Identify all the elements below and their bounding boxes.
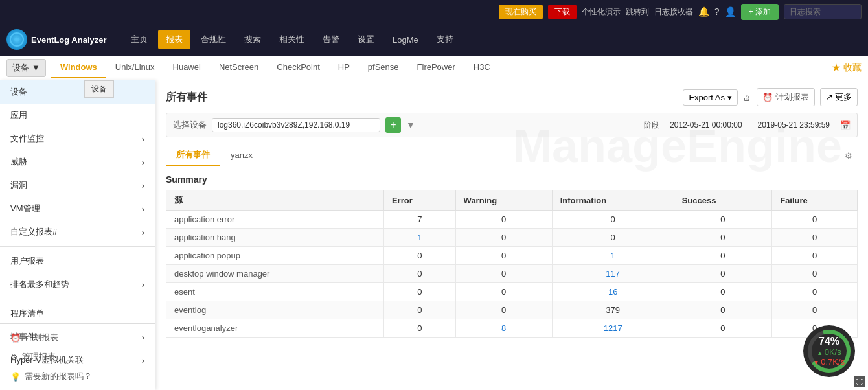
nav-home[interactable]: 主页 xyxy=(123,30,155,49)
nav-logme[interactable]: LogMe xyxy=(385,31,426,49)
tab-unix[interactable]: Unix/Linux xyxy=(106,57,164,78)
bell-icon[interactable]: 🔔 xyxy=(698,6,709,17)
device-dropdown[interactable]: 设备 ▼ xyxy=(6,59,46,77)
period-end: 2019-05-21 23:59:59 xyxy=(758,120,830,130)
subtab-yanzx[interactable]: yanzx xyxy=(220,146,263,165)
question-icon[interactable]: ? xyxy=(714,6,720,17)
sidebar-item-app[interactable]: 应用 xyxy=(0,104,155,127)
sidebar-item-vuln[interactable]: 漏洞 › xyxy=(0,174,155,197)
sidebar-label-topranking: 排名最多和趋势 xyxy=(10,279,69,290)
cell-source: eventloganalyzer xyxy=(166,319,384,338)
arrow-icon-custom: › xyxy=(142,227,144,237)
schedule-btn-label: 计划报表 xyxy=(775,91,809,103)
sidebar-schedule-btn[interactable]: ⏰ 计划报表 xyxy=(0,328,155,347)
nav-alerts[interactable]: 告警 xyxy=(315,30,347,49)
jump-link[interactable]: 跳转到 xyxy=(626,6,649,17)
sidebar-divider2 xyxy=(0,299,155,299)
nav-support[interactable]: 支持 xyxy=(429,30,461,49)
tab-netscreen[interactable]: NetScreen xyxy=(210,57,268,78)
sidebar-item-program[interactable]: 程序清单 xyxy=(0,302,155,325)
gear-icon: ⚙ xyxy=(10,352,18,362)
gauge-up-speed: ▲ 0K/s xyxy=(817,347,841,357)
cell-info[interactable]: 16 xyxy=(552,283,674,301)
logo-text: EventLog Analyzer xyxy=(31,35,107,45)
log-search-input[interactable] xyxy=(784,4,862,19)
tab-h3c[interactable]: H3C xyxy=(464,57,499,78)
cell-info[interactable]: 117 xyxy=(552,265,674,283)
sidebar-item-filemon[interactable]: 文件监控 › xyxy=(0,127,155,150)
buy-button[interactable]: 现在购买 xyxy=(499,5,543,19)
content-area: ManageEngine 所有事件 Export As ▾ 🖨 ⏰ 计划报表 ↗… xyxy=(155,80,868,390)
download-button[interactable]: 下载 xyxy=(548,5,577,19)
table-row: desktop window manager 0 0 117 0 0 xyxy=(166,265,858,283)
sidebar-item-threat[interactable]: 威胁 › xyxy=(0,150,155,174)
cell-error: 0 xyxy=(383,301,455,319)
print-icon[interactable]: 🖨 xyxy=(743,93,751,102)
sidebar-newreport-btn[interactable]: 💡 需要新的报表吗？ xyxy=(0,367,155,386)
sidebar-item-custom[interactable]: 自定义报表# › xyxy=(0,220,155,244)
schedule-button[interactable]: ⏰ 计划报表 xyxy=(757,88,815,106)
nav-reports[interactable]: 报表 xyxy=(158,30,190,49)
subtab-settings-icon[interactable]: ⚙ xyxy=(839,148,858,163)
sidebar-divider1 xyxy=(0,246,155,247)
cell-error: 0 xyxy=(383,247,455,265)
gauge-percent: 74% xyxy=(819,336,839,347)
cell-source: application hang xyxy=(166,229,384,247)
header: EventLog Analyzer 主页 报表 合规性 搜索 相关性 告警 设置… xyxy=(0,23,868,56)
logo-icon xyxy=(6,29,27,50)
cell-info: 0 xyxy=(552,229,674,247)
tab-pfsense[interactable]: pfSense xyxy=(359,57,408,78)
sidebar-label-program: 程序清单 xyxy=(10,308,44,319)
more-button[interactable]: ↗ 更多 xyxy=(820,88,858,106)
add-button[interactable]: + 添加 xyxy=(741,4,779,20)
cell-error: 0 xyxy=(383,265,455,283)
nav-search[interactable]: 搜索 xyxy=(236,30,269,49)
tab-firepower[interactable]: FirePower xyxy=(408,57,464,78)
device-selector-label: 选择设备 xyxy=(173,119,207,131)
user-icon[interactable]: 👤 xyxy=(725,6,736,17)
nav-compliance[interactable]: 合规性 xyxy=(193,30,234,49)
nav-correlation[interactable]: 相关性 xyxy=(271,30,312,49)
logo: EventLog Analyzer xyxy=(6,29,110,50)
expand-button[interactable]: ⛶ xyxy=(854,376,865,387)
tab-bar-right: ★ 收藏 xyxy=(832,62,862,74)
cell-info[interactable]: 1217 xyxy=(552,319,674,338)
personalize-link[interactable]: 个性化演示 xyxy=(582,6,621,17)
table-row: application hang 1 0 0 0 0 xyxy=(166,229,858,247)
nav-settings[interactable]: 设置 xyxy=(350,30,382,49)
sidebar-item-topranking[interactable]: 排名最多和趋势 › xyxy=(0,273,155,296)
tab-checkpoint[interactable]: CheckPoint xyxy=(268,57,328,78)
cell-error: 0 xyxy=(383,283,455,301)
export-button[interactable]: Export As ▾ xyxy=(683,89,737,106)
sidebar-item-userreport[interactable]: 用户报表 xyxy=(0,249,155,273)
cell-warning[interactable]: 8 xyxy=(455,319,552,338)
device-selector-value[interactable]: log360,iZ6coibvb3v289Z,192.168.0.19 xyxy=(212,118,380,132)
cell-info[interactable]: 1 xyxy=(552,247,674,265)
cell-info: 0 xyxy=(552,211,674,229)
sidebar-item-device[interactable]: 设备 xyxy=(0,80,155,104)
add-device-button[interactable]: + xyxy=(385,117,401,133)
cell-success: 0 xyxy=(674,211,772,229)
arrow-icon-threat: › xyxy=(142,157,144,167)
cell-warning: 0 xyxy=(455,211,552,229)
clock-icon: ⏰ xyxy=(10,333,21,343)
subtab-allevents[interactable]: 所有事件 xyxy=(166,145,220,166)
calendar-icon[interactable]: 📅 xyxy=(840,120,851,130)
col-source: 源 xyxy=(166,190,384,211)
table-row: application error 7 0 0 0 0 xyxy=(166,211,858,229)
sidebar-item-vm[interactable]: VM管理 › xyxy=(0,197,155,220)
log-receiver-link[interactable]: 日志接收器 xyxy=(654,6,693,17)
cell-success: 0 xyxy=(674,283,772,301)
device-tooltip: 设备 xyxy=(84,80,114,98)
cell-error[interactable]: 1 xyxy=(383,229,455,247)
summary-title: Summary xyxy=(166,174,858,185)
tab-hp[interactable]: HP xyxy=(329,57,359,78)
arrow-icon-filemon: › xyxy=(142,134,144,144)
table-row: application popup 0 0 1 0 0 xyxy=(166,247,858,265)
sidebar-label-userreport: 用户报表 xyxy=(10,255,44,267)
tab-huawei[interactable]: Huawei xyxy=(164,57,210,78)
bookmark-button[interactable]: ★ 收藏 xyxy=(832,62,862,74)
filter-icon[interactable]: ▼ xyxy=(406,120,415,130)
sidebar-manage-btn[interactable]: ⚙ 管理报表 xyxy=(0,347,155,367)
tab-windows[interactable]: Windows xyxy=(51,57,106,78)
